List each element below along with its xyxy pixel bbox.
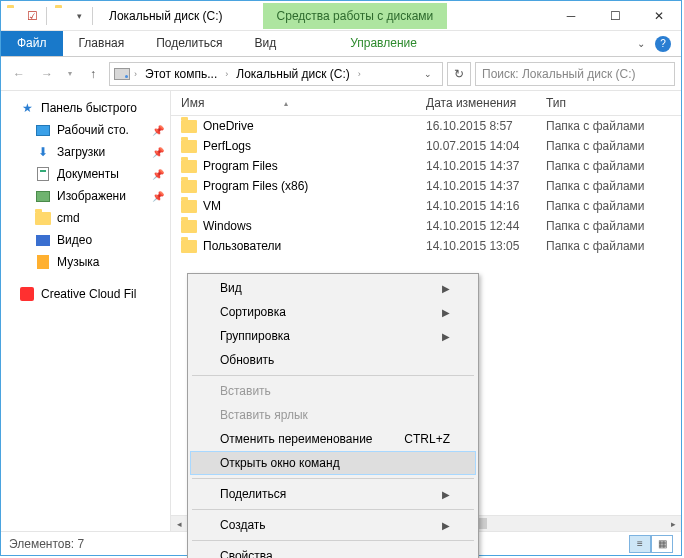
folder-icon — [181, 220, 197, 233]
ribbon-tabs: Файл Главная Поделиться Вид Управление ⌄… — [1, 31, 681, 57]
tab-manage[interactable]: Управление — [334, 31, 433, 56]
pin-icon: 📌 — [152, 125, 164, 136]
column-headers: Имя▴ Дата изменения Тип — [171, 91, 681, 116]
quick-access-toolbar: ☑ ▾ — [1, 7, 103, 25]
nav-quick-access[interactable]: ★Панель быстрого — [1, 97, 170, 119]
menu-paste-shortcut: Вставить ярлык — [190, 403, 476, 427]
menu-new[interactable]: Создать▶ — [190, 513, 476, 537]
drive-folder-icon — [55, 8, 71, 24]
minimize-button[interactable]: ─ — [549, 1, 593, 31]
nav-creative-cloud[interactable]: Creative Cloud Fil — [1, 283, 170, 305]
nav-cmd[interactable]: cmd — [1, 207, 170, 229]
col-type[interactable]: Тип — [546, 96, 681, 110]
chevron-right-icon[interactable]: › — [132, 69, 139, 79]
nav-downloads[interactable]: ⬇Загрузки📌 — [1, 141, 170, 163]
folder-icon — [181, 200, 197, 213]
video-icon — [35, 232, 51, 248]
folder-icon — [35, 210, 51, 226]
forward-button[interactable]: → — [35, 62, 59, 86]
list-item[interactable]: Windows14.10.2015 12:44Папка с файлами — [171, 216, 681, 236]
sort-asc-icon: ▴ — [284, 99, 288, 108]
explorer-window: ☑ ▾ Локальный диск (C:) Средства работы … — [0, 0, 682, 556]
col-name[interactable]: Имя — [181, 96, 204, 110]
list-item[interactable]: VM14.10.2015 14:16Папка с файлами — [171, 196, 681, 216]
search-input[interactable]: Поиск: Локальный диск (С:) — [475, 62, 675, 86]
nav-documents[interactable]: Документы📌 — [1, 163, 170, 185]
star-icon: ★ — [19, 100, 35, 116]
menu-separator — [192, 540, 474, 541]
view-switcher: ≡ ▦ — [629, 535, 673, 553]
menu-paste: Вставить — [190, 379, 476, 403]
menu-group[interactable]: Группировка▶ — [190, 324, 476, 348]
scroll-right-icon[interactable]: ▸ — [665, 516, 681, 531]
checkbox-icon[interactable]: ☑ — [27, 9, 38, 23]
nav-pictures[interactable]: Изображени📌 — [1, 185, 170, 207]
list-item[interactable]: OneDrive16.10.2015 8:57Папка с файлами — [171, 116, 681, 136]
history-dropdown-icon[interactable]: ▾ — [63, 62, 77, 86]
desktop-icon — [35, 122, 51, 138]
navigation-bar: ← → ▾ ↑ › Этот компь... › Локальный диск… — [1, 57, 681, 91]
list-item[interactable]: Program Files (x86)14.10.2015 14:37Папка… — [171, 176, 681, 196]
document-icon — [35, 166, 51, 182]
crumb-drive[interactable]: Локальный диск (C:) — [232, 65, 354, 83]
download-icon: ⬇ — [35, 144, 51, 160]
nav-desktop[interactable]: Рабочий сто.📌 — [1, 119, 170, 141]
search-placeholder: Поиск: Локальный диск (С:) — [482, 67, 635, 81]
scroll-left-icon[interactable]: ◂ — [171, 516, 187, 531]
folder-icon — [181, 120, 197, 133]
crumb-pc[interactable]: Этот компь... — [141, 65, 221, 83]
nav-music[interactable]: Музыка — [1, 251, 170, 273]
navigation-pane: ★Панель быстрого Рабочий сто.📌 ⬇Загрузки… — [1, 91, 171, 531]
icons-view-button[interactable]: ▦ — [651, 535, 673, 553]
ribbon-expand-icon[interactable]: ⌄ — [637, 38, 645, 49]
context-menu: Вид▶ Сортировка▶ Группировка▶ Обновить В… — [187, 273, 479, 558]
tab-share[interactable]: Поделиться — [140, 31, 238, 56]
list-item[interactable]: Пользователи14.10.2015 13:05Папка с файл… — [171, 236, 681, 256]
details-view-button[interactable]: ≡ — [629, 535, 651, 553]
menu-separator — [192, 478, 474, 479]
app-icon — [7, 8, 23, 24]
maximize-button[interactable]: ☐ — [593, 1, 637, 31]
pin-icon: 📌 — [152, 169, 164, 180]
tab-home[interactable]: Главная — [63, 31, 141, 56]
menu-refresh[interactable]: Обновить — [190, 348, 476, 372]
col-date[interactable]: Дата изменения — [426, 96, 546, 110]
list-item[interactable]: Program Files14.10.2015 14:37Папка с фай… — [171, 156, 681, 176]
close-button[interactable]: ✕ — [637, 1, 681, 31]
help-icon[interactable]: ? — [655, 36, 671, 52]
title-bar: ☑ ▾ Локальный диск (C:) Средства работы … — [1, 1, 681, 31]
pin-icon: 📌 — [152, 191, 164, 202]
submenu-arrow-icon: ▶ — [442, 283, 450, 294]
menu-separator — [192, 375, 474, 376]
chevron-right-icon[interactable]: › — [223, 69, 230, 79]
address-bar[interactable]: › Этот компь... › Локальный диск (C:) › … — [109, 62, 443, 86]
menu-view[interactable]: Вид▶ — [190, 276, 476, 300]
music-icon — [35, 254, 51, 270]
folder-icon — [181, 140, 197, 153]
menu-share[interactable]: Поделиться▶ — [190, 482, 476, 506]
submenu-arrow-icon: ▶ — [442, 520, 450, 531]
folder-icon — [181, 240, 197, 253]
window-title: Локальный диск (C:) — [103, 9, 223, 23]
menu-properties[interactable]: Свойства — [190, 544, 476, 558]
chevron-right-icon[interactable]: › — [356, 69, 363, 79]
address-dropdown-icon[interactable]: ⌄ — [418, 69, 438, 79]
submenu-arrow-icon: ▶ — [442, 307, 450, 318]
list-item[interactable]: PerfLogs10.07.2015 14:04Папка с файлами — [171, 136, 681, 156]
menu-separator — [192, 509, 474, 510]
refresh-button[interactable]: ↻ — [447, 62, 471, 86]
up-button[interactable]: ↑ — [81, 62, 105, 86]
back-button[interactable]: ← — [7, 62, 31, 86]
drive-tools-tab[interactable]: Средства работы с дисками — [263, 3, 448, 29]
menu-open-cmd[interactable]: Открыть окно команд — [190, 451, 476, 475]
tab-view[interactable]: Вид — [238, 31, 292, 56]
submenu-arrow-icon: ▶ — [442, 331, 450, 342]
qat-dropdown-icon[interactable]: ▾ — [75, 11, 84, 21]
pin-icon: 📌 — [152, 147, 164, 158]
menu-undo-rename[interactable]: Отменить переименованиеCTRL+Z — [190, 427, 476, 451]
tab-file[interactable]: Файл — [1, 31, 63, 56]
folder-icon — [181, 180, 197, 193]
creative-cloud-icon — [19, 286, 35, 302]
nav-video[interactable]: Видео — [1, 229, 170, 251]
menu-sort[interactable]: Сортировка▶ — [190, 300, 476, 324]
